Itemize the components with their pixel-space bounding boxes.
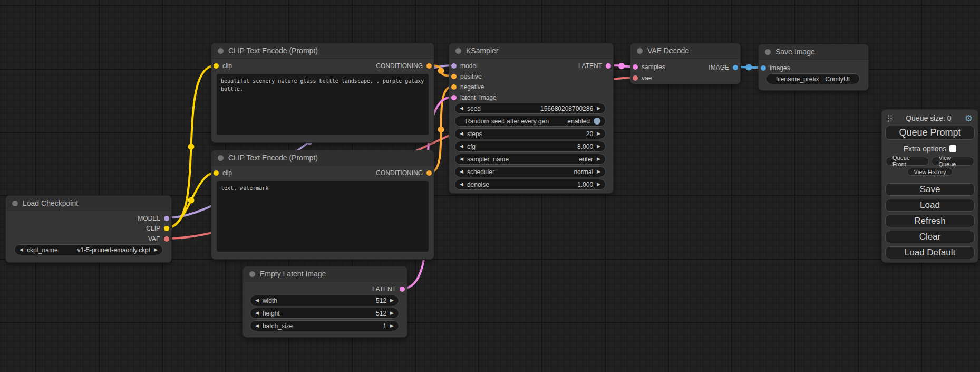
input-vae[interactable]: vae [633,74,652,82]
stepper-left-icon[interactable]: ◀ [255,298,259,303]
node-ksampler[interactable]: KSampler model positive negative latent_… [449,43,614,194]
input-latent-image[interactable]: latent_image [451,93,497,102]
stepper-left-icon[interactable]: ◀ [255,323,259,328]
collapse-dot-icon[interactable] [12,201,18,206]
stepper-left-icon[interactable]: ◀ [460,169,463,174]
width-widget[interactable]: ◀ width 512 ▶ [250,295,399,306]
model-port-icon[interactable] [164,216,169,221]
wire-midpoint-dot[interactable] [188,144,195,150]
load-default-button[interactable]: Load Default [885,246,975,259]
clip-port-icon[interactable] [214,170,219,176]
conditioning-port-icon[interactable] [451,74,457,79]
sampler-name-widget[interactable]: ◀ sampler_name euler ▶ [454,154,606,165]
gear-icon[interactable]: ⚙ [965,114,973,123]
node-title[interactable]: CLIP Text Encode (Prompt) [211,150,434,166]
collapse-dot-icon[interactable] [218,155,224,161]
output-latent[interactable]: LATENT [578,62,611,70]
drag-handle-icon[interactable] [887,115,892,122]
node-load-checkpoint[interactable]: Load Checkpoint MODEL CLIP VAE ◀ ckpt_na… [5,195,172,263]
collapse-dot-icon[interactable] [249,271,255,277]
collapse-dot-icon[interactable] [765,49,771,55]
denoise-widget[interactable]: ◀ denoise 1.000 ▶ [454,179,606,190]
scheduler-widget[interactable]: ◀ scheduler normal ▶ [454,166,606,177]
random-seed-toggle[interactable]: Random seed after every gen enabled [454,116,606,127]
input-clip[interactable]: clip [214,169,232,177]
collapse-dot-icon[interactable] [218,48,224,54]
extra-options-checkbox[interactable] [949,145,956,152]
vae-port-icon[interactable] [633,75,638,81]
ckpt-name-widget[interactable]: ◀ ckpt_name v1-5-pruned-emaonly.ckpt ▶ [14,244,163,255]
output-image[interactable]: IMAGE [709,63,738,72]
toggle-indicator-icon[interactable] [594,118,600,125]
node-empty-latent-image[interactable]: Empty Latent Image LATENT ◀ width 512 ▶ … [242,266,407,338]
clip-port-icon[interactable] [164,226,169,231]
node-title[interactable]: Save Image [759,44,868,60]
node-clip-text-encode-positive[interactable]: CLIP Text Encode (Prompt) clip CONDITION… [211,43,434,143]
clip-port-icon[interactable] [214,63,219,69]
node-vae-decode[interactable]: VAE Decode samples vae IMAGE [630,43,741,84]
conditioning-port-icon[interactable] [426,63,432,69]
output-vae[interactable]: VAE [148,235,169,243]
vae-port-icon[interactable] [164,236,169,242]
stepper-left-icon[interactable]: ◀ [460,182,463,187]
filename-prefix-widget[interactable]: filename_prefix ComfyUI [766,73,860,84]
stepper-left-icon[interactable]: ◀ [460,157,463,161]
output-clip[interactable]: CLIP [146,224,169,233]
prompt-textarea[interactable]: text, watermark [217,181,429,252]
node-title[interactable]: VAE Decode [630,43,740,59]
wire-midpoint-dot[interactable] [618,63,625,69]
input-images[interactable]: images [761,64,790,72]
stepper-right-icon[interactable]: ▶ [597,131,600,136]
steps-widget[interactable]: ◀ steps 20 ▶ [454,128,606,139]
load-button[interactable]: Load [885,199,975,212]
cfg-widget[interactable]: ◀ cfg 8.000 ▶ [454,141,606,152]
node-title[interactable]: KSampler [449,43,613,59]
stepper-left-icon[interactable]: ◀ [255,311,259,316]
node-title[interactable]: Load Checkpoint [6,196,171,211]
batch-size-widget[interactable]: ◀ batch_size 1 ▶ [250,320,399,331]
stepper-right-icon[interactable]: ▶ [390,311,394,316]
input-positive[interactable]: positive [451,72,482,81]
conditioning-port-icon[interactable] [451,84,457,90]
input-negative[interactable]: negative [451,83,484,91]
node-graph-canvas[interactable]: Load Checkpoint MODEL CLIP VAE ◀ ckpt_na… [0,0,980,372]
output-model[interactable]: MODEL [138,214,169,223]
latent-port-icon[interactable] [633,64,638,70]
collapse-dot-icon[interactable] [637,48,643,54]
refresh-button[interactable]: Refresh [885,215,975,227]
output-latent[interactable]: LATENT [372,285,405,293]
stepper-right-icon[interactable]: ▶ [597,169,600,174]
wire-midpoint-dot[interactable] [438,68,444,74]
node-title[interactable]: CLIP Text Encode (Prompt) [211,43,434,59]
save-button[interactable]: Save [885,183,975,196]
input-samples[interactable]: samples [633,63,665,71]
image-port-icon[interactable] [733,65,738,70]
stepper-right-icon[interactable]: ▶ [597,157,600,161]
stepper-right-icon[interactable]: ▶ [390,298,394,303]
wire-midpoint-dot[interactable] [438,127,444,133]
latent-port-icon[interactable] [400,287,405,292]
view-queue-button[interactable]: View Queue [932,157,974,166]
stepper-right-icon[interactable]: ▶ [597,106,600,111]
node-title[interactable]: Empty Latent Image [243,266,407,282]
node-clip-text-encode-negative[interactable]: CLIP Text Encode (Prompt) clip CONDITION… [211,150,434,260]
stepper-right-icon[interactable]: ▶ [390,323,394,328]
input-clip[interactable]: clip [214,62,232,70]
stepper-left-icon[interactable]: ◀ [20,247,23,252]
stepper-left-icon[interactable]: ◀ [460,106,463,111]
view-history-button[interactable]: View History [907,168,953,176]
stepper-left-icon[interactable]: ◀ [460,131,463,136]
queue-prompt-button[interactable]: Queue Prompt [885,126,975,140]
latent-port-icon[interactable] [606,63,611,69]
conditioning-port-icon[interactable] [426,170,432,176]
clear-button[interactable]: Clear [885,231,975,243]
stepper-right-icon[interactable]: ▶ [597,144,600,149]
node-save-image[interactable]: Save Image images filename_prefix ComfyU… [758,44,869,91]
output-conditioning[interactable]: CONDITIONING [376,62,432,70]
input-model[interactable]: model [451,62,478,70]
stepper-right-icon[interactable]: ▶ [154,247,158,252]
prompt-textarea[interactable]: beautiful scenery nature glass bottle la… [217,74,429,135]
seed-widget[interactable]: ◀ seed 156680208700286 ▶ [454,103,606,114]
wire-midpoint-dot[interactable] [746,64,752,71]
height-widget[interactable]: ◀ height 512 ▶ [250,308,399,319]
